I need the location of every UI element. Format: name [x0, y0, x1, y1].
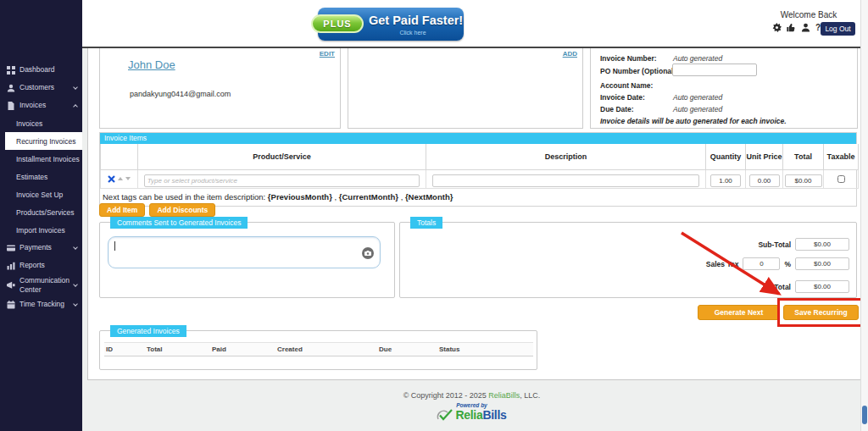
payments-icon — [7, 244, 15, 252]
vertical-scrollbar[interactable] — [860, 0, 868, 431]
generate-next-invoice-button[interactable]: Generate Next Invoice — [698, 305, 780, 320]
user-icon[interactable] — [801, 23, 810, 32]
scrollbar-thumb[interactable] — [862, 406, 867, 424]
col-description: Description — [426, 144, 706, 169]
sidebar-item-label: Dashboard — [19, 65, 55, 75]
copyright-text: © Copyright 2012 - 2025 ReliaBills, LLC. — [82, 391, 861, 400]
customer-name-link[interactable]: John Doe — [128, 58, 175, 71]
invoice-item-row — [101, 169, 859, 188]
sidebar-item-invoices[interactable]: Invoices — [0, 97, 82, 114]
comments-input[interactable] — [108, 236, 381, 268]
reliabills-link[interactable]: ReliaBills — [488, 391, 520, 400]
invoice-items-section: Invoice Items Product/Service Descriptio… — [99, 132, 857, 207]
banner-title: Get Paid Faster! — [369, 14, 463, 27]
chevron-down-icon — [73, 85, 78, 90]
gen-col-paid: Paid — [210, 343, 275, 356]
gen-col-total: Total — [145, 343, 210, 356]
sidebar-subitem-recurring-invoices[interactable]: Recurring Invoices — [5, 132, 82, 150]
sales-tax-amount-input[interactable] — [795, 257, 849, 270]
sidebar-subitem-label: Installment Invoices — [16, 155, 80, 163]
sales-tax-rate-input[interactable] — [743, 257, 780, 270]
checkmark-logo-icon — [437, 409, 453, 422]
gear-icon[interactable] — [772, 23, 782, 32]
subtotal-label: Sub-Total — [758, 240, 791, 249]
calendar-icon — [7, 301, 15, 309]
total-input[interactable] — [795, 280, 849, 293]
sidebar-subitem-invoice-set-up[interactable]: Invoice Set Up — [0, 185, 82, 203]
customer-panel: EDIT John Doe pandakyung0414@gmail.com — [99, 48, 341, 129]
description-input[interactable] — [432, 174, 700, 187]
comments-section-title: Comments Sent to Generated Invoices — [110, 217, 248, 229]
thumbs-up-icon[interactable] — [787, 23, 796, 32]
invoice-number-label: Invoice Number: — [600, 54, 657, 63]
sidebar-item-dashboard[interactable]: Dashboard — [0, 61, 82, 79]
po-number-input[interactable] — [672, 64, 757, 76]
chevron-down-icon — [73, 245, 78, 250]
camera-icon[interactable] — [362, 247, 374, 259]
taxable-checkbox[interactable] — [837, 175, 845, 183]
col-unit-price: Unit Price — [746, 144, 783, 169]
delete-row-icon[interactable] — [108, 175, 115, 183]
unit-price-input[interactable] — [749, 174, 780, 187]
sidebar-item-payments[interactable]: Payments — [0, 239, 82, 257]
generated-invoices-table: ID Total Paid Created Due Status — [104, 342, 533, 356]
percent-sign: % — [784, 260, 791, 268]
sidebar-subitem-invoices[interactable]: Invoices — [0, 114, 82, 132]
col-tools — [101, 144, 138, 169]
sidebar-subitem-estimates[interactable]: Estimates — [0, 168, 82, 185]
top-header: PLUS Get Paid Faster! Click here Welcome… — [82, 0, 868, 48]
generated-invoices-title: Generated Invoices — [110, 325, 186, 337]
move-row-down-icon[interactable] — [125, 177, 131, 180]
sidebar-item-customers[interactable]: Customers — [0, 79, 82, 97]
move-row-up-icon[interactable] — [118, 177, 123, 180]
add-recipient-link[interactable]: ADD — [563, 50, 577, 58]
subtotal-input[interactable] — [795, 238, 849, 251]
chevron-down-icon — [73, 301, 78, 307]
sidebar-item-communication-center[interactable]: Communication Center — [0, 274, 82, 296]
sales-tax-label: Sales Tax — [706, 260, 739, 268]
quantity-input[interactable] — [710, 174, 741, 187]
line-total-input[interactable] — [785, 174, 822, 187]
sidebar-subitem-label: Import Invoices — [16, 226, 65, 235]
welcome-text: Welcome Back — [771, 10, 847, 19]
sidebar-subitem-label: Invoices — [16, 119, 42, 128]
gen-col-status: Status — [437, 343, 533, 356]
reliabills-logo[interactable]: ReliaBills — [82, 408, 861, 422]
invoice-details-panel: Invoice Number: Auto generated PO Number… — [590, 48, 858, 129]
edit-customer-link[interactable]: EDIT — [320, 50, 335, 58]
save-recurring-invoice-button[interactable]: Save Recurring Invoice — [783, 305, 859, 320]
sidebar-item-reports[interactable]: Reports — [0, 257, 82, 274]
invoice-items-table: Product/Service Description Quantity Uni… — [100, 144, 859, 189]
invoices-icon — [7, 102, 15, 110]
gen-col-id: ID — [104, 343, 145, 356]
total-row: Total — [774, 280, 849, 293]
add-item-button[interactable]: Add Item — [99, 203, 145, 217]
account-name-label: Account Name: — [600, 81, 653, 90]
po-number-label: PO Number (Optional): — [600, 67, 678, 75]
dashboard-icon — [7, 66, 15, 75]
add-discounts-button[interactable]: Add Discounts — [149, 203, 215, 217]
get-paid-faster-banner[interactable]: PLUS Get Paid Faster! Click here — [318, 8, 464, 41]
banner-click-here[interactable]: Click here — [369, 30, 457, 36]
sidebar-subitem-products-services[interactable]: Products/Services — [0, 203, 82, 221]
sidebar-subitem-label: Recurring Invoices — [16, 137, 75, 146]
totals-section-title: Totals — [410, 217, 442, 229]
powered-by-label: Powered by — [82, 402, 861, 408]
recipients-panel: ADD — [348, 48, 583, 129]
customer-email: pandakyung0414@gmail.com — [130, 90, 231, 98]
logo-text: ReliaBills — [455, 408, 506, 422]
sidebar-item-label: Reports — [19, 261, 45, 270]
col-taxable: Taxable — [824, 144, 859, 169]
logout-button[interactable]: Log Out — [821, 22, 855, 36]
generated-invoices-section: Generated Invoices ID Total Paid Created… — [99, 330, 537, 370]
col-quantity: Quantity — [706, 144, 746, 169]
sidebar-subitem-installment-invoices[interactable]: Installment Invoices — [0, 150, 82, 168]
sidebar-subitem-import-invoices[interactable]: Import Invoices — [0, 221, 82, 239]
product-service-input[interactable] — [144, 174, 420, 187]
chevron-down-icon — [73, 282, 78, 287]
sidebar-item-time-tracking[interactable]: Time Tracking — [0, 296, 82, 313]
gen-col-due: Due — [377, 343, 437, 356]
sales-tax-row: Sales Tax % — [706, 257, 849, 270]
invoice-number-value: Auto generated — [673, 54, 722, 63]
plus-badge: PLUS — [311, 14, 364, 33]
